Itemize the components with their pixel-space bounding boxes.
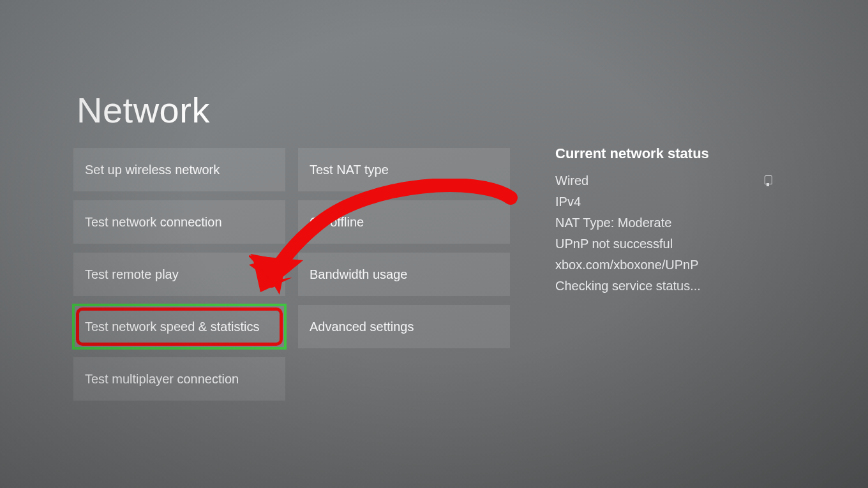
setup-wireless-tile[interactable]: Set up wireless network bbox=[73, 148, 285, 191]
test-remote-play-label: Test remote play bbox=[85, 267, 179, 282]
test-network-connection-tile[interactable]: Test network connection bbox=[73, 200, 285, 244]
test-nat-type-tile[interactable]: Test NAT type bbox=[298, 148, 510, 191]
test-multiplayer-tile[interactable]: Test multiplayer connection bbox=[73, 357, 285, 401]
status-service: Checking service status... bbox=[555, 279, 772, 293]
bandwidth-usage-label: Bandwidth usage bbox=[310, 267, 407, 282]
page-title: Network bbox=[77, 89, 210, 131]
test-network-connection-label: Test network connection bbox=[85, 215, 222, 230]
test-speed-stats-tile[interactable]: Test network speed & statistics bbox=[73, 305, 285, 348]
network-status-panel: Current network status Wired IPv4 NAT Ty… bbox=[555, 145, 772, 300]
advanced-settings-label: Advanced settings bbox=[310, 320, 414, 334]
status-ip: IPv4 bbox=[555, 195, 772, 209]
test-speed-stats-label: Test network speed & statistics bbox=[85, 320, 259, 334]
test-multiplayer-label: Test multiplayer connection bbox=[85, 372, 239, 387]
settings-column-1: Set up wireless networkTest network conn… bbox=[73, 148, 285, 401]
setup-wireless-label: Set up wireless network bbox=[85, 163, 220, 177]
status-connection: Wired bbox=[555, 174, 772, 188]
status-upnp-url: xbox.com/xboxone/UPnP bbox=[555, 258, 772, 272]
go-offline-tile[interactable]: Go offline bbox=[298, 200, 510, 244]
status-heading: Current network status bbox=[555, 145, 772, 162]
advanced-settings-tile[interactable]: Advanced settings bbox=[298, 305, 510, 348]
go-offline-label: Go offline bbox=[310, 215, 364, 230]
settings-tile-columns: Set up wireless networkTest network conn… bbox=[73, 148, 510, 401]
status-connection-label: Wired bbox=[555, 174, 588, 188]
test-nat-type-label: Test NAT type bbox=[310, 163, 389, 177]
wired-icon bbox=[763, 175, 772, 187]
settings-column-2: Test NAT typeGo offlineBandwidth usageAd… bbox=[298, 148, 510, 401]
network-settings-screen: Network Set up wireless networkTest netw… bbox=[0, 0, 868, 488]
status-upnp: UPnP not successful bbox=[555, 237, 772, 251]
test-remote-play-tile[interactable]: Test remote play bbox=[73, 253, 285, 296]
bandwidth-usage-tile[interactable]: Bandwidth usage bbox=[298, 253, 510, 296]
status-nat: NAT Type: Moderate bbox=[555, 216, 772, 230]
